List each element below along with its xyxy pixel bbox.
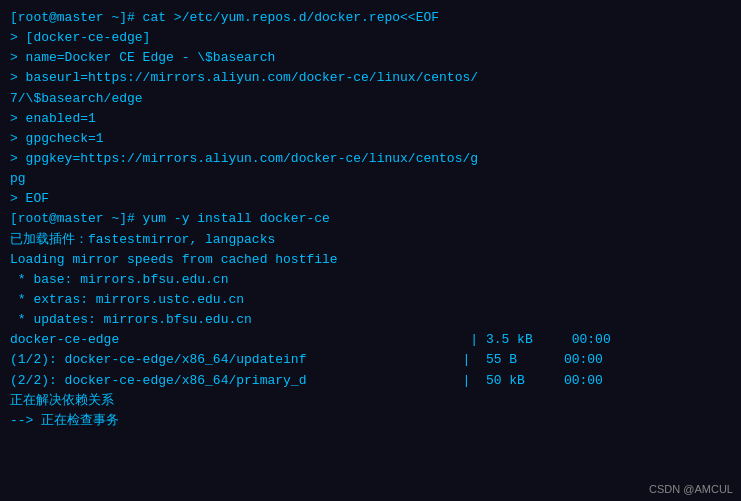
terminal-line: 正在解决依赖关系: [10, 391, 731, 411]
terminal-line: * base: mirrors.bfsu.edu.cn: [10, 270, 731, 290]
terminal-line: > baseurl=https://mirrors.aliyun.com/doc…: [10, 68, 731, 88]
terminal-line: --> 正在检查事务: [10, 411, 731, 431]
terminal-line: * extras: mirrors.ustc.edu.cn: [10, 290, 731, 310]
terminal-line: > name=Docker CE Edge - \$basearch: [10, 48, 731, 68]
terminal-line: > gpgcheck=1: [10, 129, 731, 149]
terminal-line: 7/\$basearch/edge: [10, 89, 731, 109]
terminal-line: [root@master ~]# yum -y install docker-c…: [10, 209, 731, 229]
terminal-line: > enabled=1: [10, 109, 731, 129]
terminal-line: [root@master ~]# cat >/etc/yum.repos.d/d…: [10, 8, 731, 28]
terminal-line: (2/2): docker-ce-edge/x86_64/primary_d |…: [10, 371, 731, 391]
terminal-line: (1/2): docker-ce-edge/x86_64/updateinf |…: [10, 350, 731, 370]
terminal-line: 已加载插件：fastestmirror, langpacks: [10, 230, 731, 250]
watermark-text: CSDN @AMCUL: [649, 483, 733, 495]
terminal-line: docker-ce-edge | 3.5 kB 00:00: [10, 330, 731, 350]
terminal-line: pg: [10, 169, 731, 189]
terminal-line: > [docker-ce-edge]: [10, 28, 731, 48]
terminal-line: Loading mirror speeds from cached hostfi…: [10, 250, 731, 270]
terminal-line: * updates: mirrors.bfsu.edu.cn: [10, 310, 731, 330]
terminal-line: > gpgkey=https://mirrors.aliyun.com/dock…: [10, 149, 731, 169]
terminal-window: [root@master ~]# cat >/etc/yum.repos.d/d…: [0, 0, 741, 501]
terminal-line: > EOF: [10, 189, 731, 209]
